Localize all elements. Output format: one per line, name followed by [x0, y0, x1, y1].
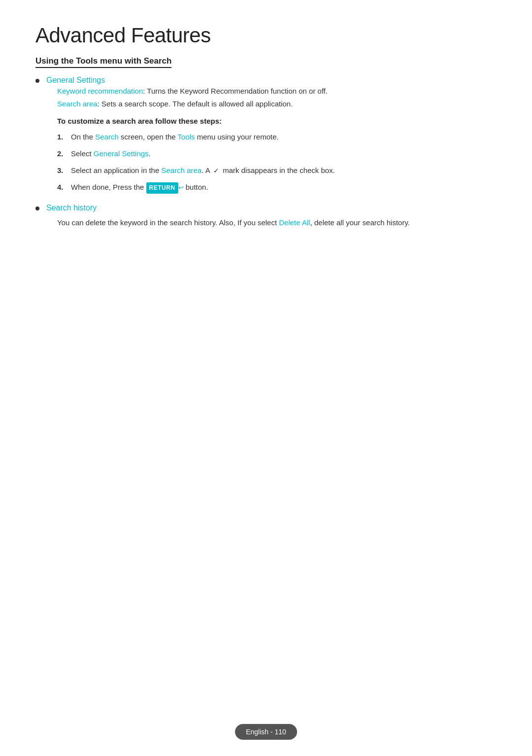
bullet-list: General Settings Keyword recommendation:… — [35, 76, 437, 229]
bullet-dot — [35, 79, 39, 83]
keyword-recommendation-link[interactable]: Keyword recommendation — [57, 87, 143, 95]
search-area-desc: Search area: Sets a search scope. The de… — [57, 98, 437, 110]
section-heading: Using the Tools menu with Search — [35, 56, 171, 68]
search-area-link-step3[interactable]: Search area — [161, 166, 201, 174]
general-settings-link-step2[interactable]: General Settings — [94, 149, 149, 158]
search-history-link[interactable]: Search history — [46, 204, 97, 212]
step-3-text: Select an application in the Search area… — [71, 165, 335, 176]
page-title: Advanced Features — [35, 24, 437, 47]
step-4: 4. When done, Press the RETURN↩ button. — [57, 181, 437, 194]
delete-all-link[interactable]: Delete All — [279, 218, 310, 227]
step-num-1: 1. — [57, 131, 71, 143]
step-4-text: When done, Press the RETURN↩ button. — [71, 181, 208, 194]
step-num-4: 4. — [57, 181, 71, 193]
step-num-2: 2. — [57, 148, 71, 160]
step-3: 3. Select an application in the Search a… — [57, 165, 437, 176]
search-link-step1[interactable]: Search — [95, 133, 119, 141]
search-area-link[interactable]: Search area — [57, 100, 98, 108]
bullet-item-search-history: Search history You can delete the keywor… — [35, 204, 437, 229]
step-num-3: 3. — [57, 165, 71, 176]
tools-link-step1[interactable]: Tools — [178, 133, 195, 141]
return-arrow-icon: ↩ — [178, 183, 184, 193]
keyword-recommendation-desc: Keyword recommendation: Turns the Keywor… — [57, 85, 437, 98]
step-2: 2. Select General Settings. — [57, 148, 437, 160]
check-mark: ✓ — [213, 167, 219, 174]
step-1-text: On the Search screen, open the Tools men… — [71, 131, 279, 143]
sub-heading-customize: To customize a search area follow these … — [57, 117, 437, 125]
page-number-badge: English - 110 — [235, 724, 297, 740]
page-footer: English - 110 — [235, 727, 297, 736]
general-settings-link[interactable]: General Settings — [46, 76, 105, 84]
step-2-text: Select General Settings. — [71, 148, 151, 160]
page-content: Advanced Features Using the Tools menu w… — [0, 0, 473, 293]
return-button-label: RETURN — [146, 182, 178, 194]
step-1: 1. On the Search screen, open the Tools … — [57, 131, 437, 143]
description-block-keyword: Keyword recommendation: Turns the Keywor… — [57, 85, 437, 110]
steps-list: 1. On the Search screen, open the Tools … — [57, 131, 437, 194]
search-history-description: You can delete the keyword in the search… — [57, 216, 437, 229]
bullet-dot-2 — [35, 206, 39, 210]
bullet-item-general-settings: General Settings Keyword recommendation:… — [35, 76, 437, 199]
